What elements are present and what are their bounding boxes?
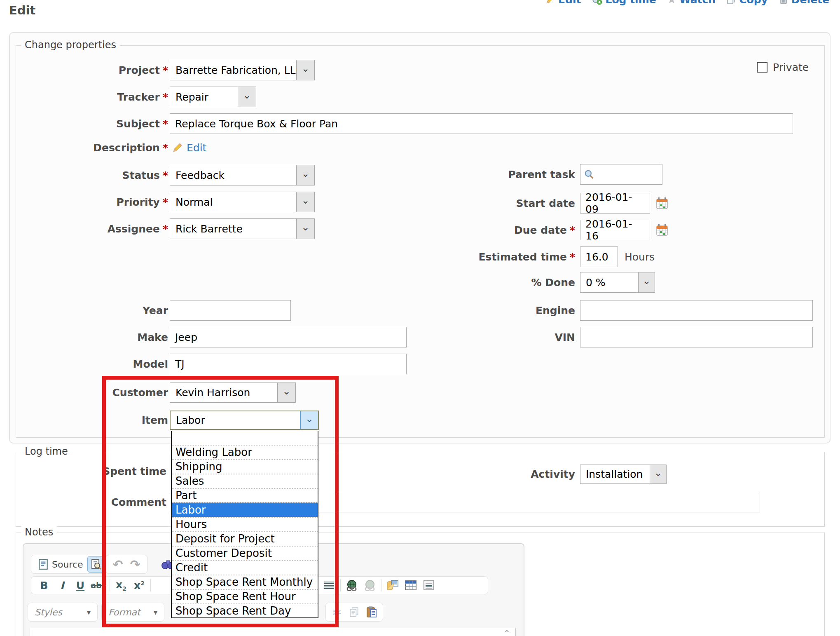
- chevron-down-icon[interactable]: [296, 192, 314, 212]
- item-dropdown-option[interactable]: Labor: [172, 502, 318, 517]
- superscript-button[interactable]: x2: [131, 577, 148, 594]
- paste-clipboard-icon: [366, 606, 377, 618]
- make-input[interactable]: Jeep: [170, 327, 407, 347]
- preview-button[interactable]: [87, 556, 105, 573]
- status-label: Status*: [16, 165, 168, 185]
- item-dropdown-option[interactable]: Deposit for Project: [172, 531, 318, 546]
- change-properties-legend: Change properties: [21, 39, 120, 51]
- subscript-button[interactable]: x2: [112, 577, 130, 594]
- item-dropdown-list[interactable]: Welding LaborShippingSalesPartLaborHours…: [171, 431, 318, 618]
- item-dropdown-option[interactable]: Part: [172, 488, 318, 502]
- assignee-select[interactable]: Rick Barrette: [170, 218, 315, 239]
- item-dropdown-option[interactable]: Shop Space Rent Day: [172, 603, 318, 618]
- notes-legend: Notes: [21, 526, 57, 538]
- activity-label: Activity: [412, 465, 575, 484]
- table-button[interactable]: [402, 577, 419, 594]
- image-button[interactable]: [384, 577, 401, 594]
- private-checkbox[interactable]: [757, 62, 767, 73]
- item-dropdown-option[interactable]: [172, 431, 318, 445]
- bullet-list-button[interactable]: [321, 577, 338, 594]
- notes-content-area[interactable]: [30, 628, 516, 636]
- assignee-label: Assignee*: [16, 218, 168, 239]
- pencil-icon: [172, 142, 183, 153]
- bold-button[interactable]: B: [35, 577, 53, 594]
- blockquote-button[interactable]: [420, 577, 438, 594]
- toolbar-group-source: Source: [31, 555, 108, 574]
- pencil-icon: [545, 0, 555, 5]
- copy-button[interactable]: [346, 604, 363, 620]
- chevron-down-icon[interactable]: [650, 465, 666, 483]
- status-select[interactable]: Feedback: [170, 165, 315, 185]
- toolbar-separator: [150, 579, 151, 591]
- copy-pages-icon: [349, 607, 360, 617]
- item-dropdown-option[interactable]: Customer Deposit: [172, 546, 318, 560]
- percent-done-select[interactable]: 0 %: [580, 272, 655, 293]
- chevron-down-icon[interactable]: [296, 165, 314, 185]
- project-label: Project*: [16, 60, 168, 80]
- preview-icon: [91, 559, 101, 570]
- percent-done-label: % Done: [412, 272, 575, 293]
- due-date-input[interactable]: 2016-01-16: [580, 220, 650, 240]
- customer-select[interactable]: Kevin Harrison: [170, 383, 296, 403]
- chevron-down-icon[interactable]: [277, 383, 295, 402]
- parent-task-label: Parent task: [412, 164, 575, 185]
- engine-input[interactable]: [580, 300, 813, 321]
- strikethrough-button[interactable]: abc: [90, 577, 107, 594]
- styles-dropdown[interactable]: Styles▾: [28, 603, 98, 622]
- delete-action[interactable]: Delete: [779, 0, 829, 6]
- edit-action[interactable]: Edit: [545, 0, 581, 6]
- page-title: Edit: [9, 3, 35, 17]
- cut-button[interactable]: ✂: [328, 604, 346, 620]
- subject-input[interactable]: Replace Torque Box & Floor Pan: [170, 113, 793, 134]
- item-select[interactable]: Labor: [170, 411, 319, 430]
- priority-select[interactable]: Normal: [170, 192, 315, 212]
- year-input[interactable]: [170, 300, 291, 321]
- calendar-icon[interactable]: [656, 197, 668, 209]
- parent-task-input[interactable]: [580, 164, 662, 185]
- item-dropdown-option[interactable]: Welding Labor: [172, 445, 318, 459]
- redo-button[interactable]: ↷: [126, 556, 144, 573]
- log-time-legend: Log time: [21, 446, 72, 457]
- scroll-up-icon[interactable]: ⌃: [503, 628, 510, 636]
- start-date-input[interactable]: 2016-01-09: [580, 193, 650, 214]
- chevron-down-icon[interactable]: [638, 272, 655, 292]
- item-dropdown-option[interactable]: Shipping: [172, 459, 318, 474]
- format-dropdown[interactable]: Format▾: [101, 603, 164, 622]
- item-dropdown-option[interactable]: Hours: [172, 517, 318, 531]
- source-button[interactable]: Source: [34, 559, 87, 570]
- log-time-action[interactable]: Log time: [592, 0, 656, 6]
- copy-action[interactable]: Copy: [726, 0, 768, 6]
- link-button[interactable]: [343, 577, 360, 594]
- chevron-down-icon[interactable]: [296, 219, 314, 239]
- item-dropdown-option[interactable]: Sales: [172, 474, 318, 488]
- vin-input[interactable]: [580, 327, 813, 347]
- model-label: Model: [16, 354, 168, 374]
- unlink-icon: [364, 580, 376, 591]
- tracker-select[interactable]: Repair: [170, 87, 256, 107]
- watch-action[interactable]: ★ Watch: [667, 0, 716, 6]
- item-label: Item: [16, 411, 168, 430]
- copy-icon: [726, 0, 736, 5]
- tracker-label: Tracker*: [16, 87, 168, 107]
- item-dropdown-option[interactable]: Credit: [172, 560, 318, 575]
- undo-button[interactable]: ↶: [109, 556, 126, 573]
- item-dropdown-option[interactable]: Shop Space Rent Hour: [172, 589, 318, 603]
- chevron-down-icon[interactable]: [238, 87, 256, 107]
- year-label: Year: [16, 300, 168, 321]
- estimated-time-input[interactable]: 16.0: [580, 246, 618, 267]
- description-edit[interactable]: Edit: [172, 140, 206, 155]
- underline-button[interactable]: U: [72, 577, 89, 594]
- unlink-button[interactable]: [361, 577, 379, 594]
- chevron-down-icon[interactable]: [296, 60, 314, 80]
- activity-select[interactable]: Installation: [580, 465, 667, 484]
- paste-button[interactable]: [363, 604, 380, 620]
- project-select[interactable]: Barrette Fabrication, LLC: [170, 60, 315, 80]
- calendar-icon[interactable]: [656, 224, 668, 236]
- italic-button[interactable]: I: [54, 577, 71, 594]
- toolbar-separator: [110, 579, 110, 591]
- start-date-label: Start date: [412, 193, 575, 214]
- model-input[interactable]: TJ: [170, 354, 407, 374]
- item-dropdown-option[interactable]: Shop Space Rent Monthly: [172, 575, 318, 589]
- chevron-down-icon[interactable]: [300, 411, 318, 429]
- trash-icon: [779, 0, 789, 5]
